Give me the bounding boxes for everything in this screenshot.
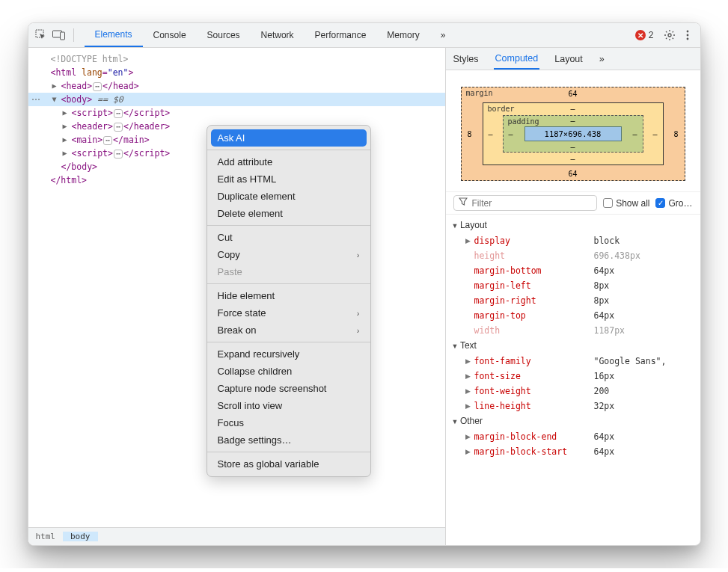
dom-line[interactable]: <html lang="en"> (28, 66, 445, 79)
checkbox-icon: ✓ (655, 198, 665, 208)
bm-padding[interactable]: padding – – – – 1187×696.438 (503, 115, 643, 153)
prop-row[interactable]: ▶font-size16px (452, 369, 694, 384)
context-menu-item[interactable]: Edit as HTML (207, 170, 370, 188)
dom-line[interactable]: ⋯▼<body> == $0 (28, 93, 445, 106)
group-label: Gro… (668, 198, 692, 209)
group-checkbox[interactable]: ✓ Gro… (655, 198, 692, 209)
prop-row[interactable]: height696.438px (452, 248, 694, 263)
bm-border-right: – (652, 130, 657, 138)
device-icon[interactable] (52, 28, 66, 42)
filter-icon (459, 197, 468, 209)
prop-row[interactable]: width1187px (452, 323, 694, 338)
main-area: <!DOCTYPE html><html lang="en">▶<head>⋯<… (28, 48, 700, 545)
tab-performance[interactable]: Performance (305, 23, 377, 47)
prop-row[interactable]: ▶line-height32px (452, 399, 694, 413)
breadcrumb-item-selected[interactable]: body (63, 532, 98, 541)
error-icon: ✕ (635, 30, 646, 40)
context-menu-separator (207, 452, 370, 452)
stab-layout[interactable]: Layout (553, 49, 584, 69)
filter-input[interactable] (472, 198, 593, 209)
tab-console[interactable]: Console (143, 23, 197, 47)
context-menu-item[interactable]: Ask AI (211, 129, 367, 147)
devtools-window: Elements Console Sources Network Perform… (28, 22, 701, 546)
svg-rect-2 (60, 32, 64, 40)
context-menu-item[interactable]: Duplicate element (207, 188, 370, 205)
elements-panel: <!DOCTYPE html><html lang="en">▶<head>⋯<… (28, 48, 446, 545)
stab-computed[interactable]: Computed (494, 49, 540, 70)
context-menu-separator (207, 283, 370, 284)
context-menu-item[interactable]: Copy› (207, 246, 370, 263)
context-menu-separator (207, 225, 370, 226)
dom-line[interactable]: <!DOCTYPE html> (28, 52, 445, 66)
context-menu-item[interactable]: Cut (207, 229, 370, 246)
box-model: margin 64 64 8 8 border – – – – paddin (446, 70, 700, 191)
gear-icon[interactable] (663, 28, 676, 42)
prop-row[interactable]: ▶displayblock (452, 233, 694, 248)
bm-margin[interactable]: margin 64 64 8 8 border – – – – paddin (461, 87, 685, 181)
tab-memory[interactable]: Memory (376, 23, 429, 47)
context-menu-item[interactable]: Expand recursively (207, 345, 370, 363)
tab-sources[interactable]: Sources (197, 23, 251, 47)
filter-input-wrap[interactable] (453, 195, 598, 211)
bm-content[interactable]: 1187×696.438 (524, 126, 622, 141)
main-toolbar: Elements Console Sources Network Perform… (28, 23, 700, 48)
context-menu-item[interactable]: Collapse children (207, 363, 370, 380)
inspect-icon[interactable] (34, 28, 48, 42)
context-menu-item[interactable]: Hide element (207, 287, 370, 304)
context-menu-item[interactable]: Badge settings… (207, 431, 370, 449)
bm-padding-label: padding (508, 117, 539, 126)
prop-row[interactable]: ▶font-family"Google Sans", (452, 354, 694, 369)
context-menu-item[interactable]: Scroll into view (207, 397, 370, 414)
prop-row[interactable]: ▶margin-block-start64px (452, 444, 694, 459)
stab-styles[interactable]: Styles (452, 49, 480, 69)
bm-border-left: – (489, 130, 493, 138)
prop-group[interactable]: Other (452, 413, 694, 429)
bm-border-label: border (488, 105, 515, 113)
context-menu-item[interactable]: Add attribute (207, 153, 370, 170)
stab-overflow[interactable]: » (598, 49, 606, 69)
breadcrumb-item[interactable]: html (28, 532, 64, 541)
show-all-label: Show all (616, 198, 649, 209)
bm-padding-top: – (570, 117, 575, 125)
context-menu-item[interactable]: Store as global variable (207, 455, 370, 473)
bm-margin-bottom: 64 (568, 170, 577, 178)
context-menu-item[interactable]: Delete element (207, 205, 370, 222)
breadcrumb: html body (28, 527, 445, 545)
checkbox-icon (603, 198, 613, 208)
bm-margin-label: margin (466, 89, 493, 97)
prop-row[interactable]: margin-top64px (452, 308, 694, 323)
prop-row[interactable]: margin-right8px (452, 293, 694, 308)
svg-point-3 (668, 34, 671, 37)
context-menu-item[interactable]: Break on› (207, 322, 370, 339)
styles-panel: Styles Computed Layout » margin 64 64 8 … (446, 48, 700, 545)
svg-point-6 (686, 38, 688, 40)
error-indicator[interactable]: ✕ 2 (635, 30, 654, 40)
bm-border-top: – (570, 105, 575, 113)
context-menu-item[interactable]: Focus (207, 414, 370, 431)
bm-margin-left: 8 (468, 130, 472, 138)
bm-border[interactable]: border – – – – padding – – – – 11 (483, 102, 664, 165)
context-menu-item[interactable]: Capture node screenshot (207, 380, 370, 397)
prop-row[interactable]: ▶font-weight200 (452, 384, 694, 399)
context-menu-item[interactable]: Force state› (207, 304, 370, 322)
filter-row: Show all ✓ Gro… (446, 191, 700, 215)
bm-margin-right: 8 (673, 130, 678, 138)
prop-row[interactable]: ▶margin-block-end64px (452, 429, 694, 444)
prop-row[interactable]: margin-bottom64px (452, 263, 694, 278)
bm-border-bottom: – (570, 155, 575, 163)
tabs-overflow[interactable]: » (430, 23, 456, 47)
tab-network[interactable]: Network (251, 23, 305, 47)
bm-padding-left: – (509, 130, 513, 138)
context-menu-separator (207, 150, 370, 150)
dom-line[interactable]: ▶<head>⋯</head> (28, 79, 445, 93)
kebab-icon[interactable] (681, 28, 694, 42)
toolbar-separator (73, 28, 74, 42)
prop-group[interactable]: Text (452, 338, 694, 354)
context-menu: Ask AIAdd attributeEdit as HTMLDuplicate… (207, 125, 371, 477)
tab-elements[interactable]: Elements (85, 23, 143, 47)
computed-properties[interactable]: Layout▶displayblockheight696.438pxmargin… (446, 215, 700, 467)
prop-row[interactable]: margin-left8px (452, 278, 694, 293)
dom-line[interactable]: ▶<script>⋯</script> (28, 106, 445, 120)
prop-group[interactable]: Layout (452, 218, 694, 233)
show-all-checkbox[interactable]: Show all (603, 198, 649, 209)
